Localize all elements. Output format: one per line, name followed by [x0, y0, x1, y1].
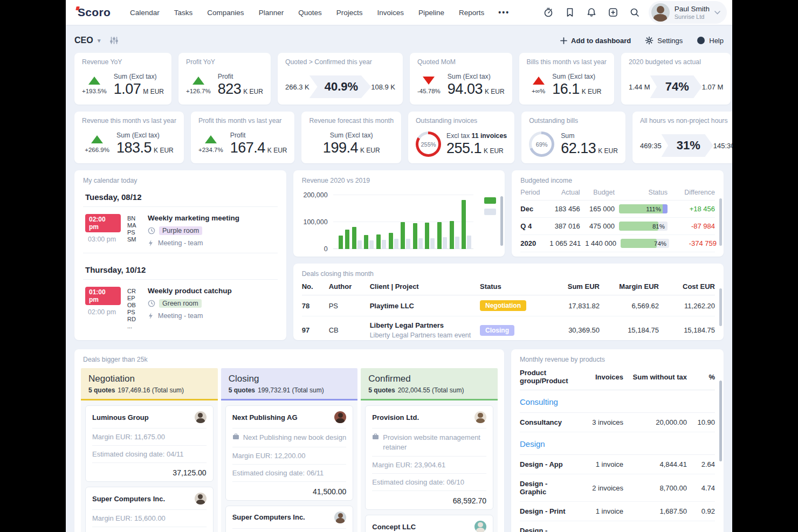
bar-group: [401, 222, 410, 249]
table-row[interactable]: 78 PS Playtime LLC Negotiation 17,831.82…: [302, 295, 715, 316]
scoro-logo[interactable]: Scoro: [77, 6, 111, 19]
top-nav: Scoro Calendar Tasks Companies Planner Q…: [66, 0, 732, 25]
gear-icon: [645, 36, 653, 45]
notifications-bell-icon[interactable]: [583, 4, 600, 21]
kpi-row-2: Revenue this month vs last year +266.9% …: [66, 112, 732, 163]
kpi-revenue-yoy[interactable]: Revenue YoY +193.5% Sum (Excl tax) 1.07M…: [74, 53, 171, 105]
event-title: Weekly product catchup: [148, 287, 232, 295]
product-group-consulting[interactable]: Consulting: [520, 390, 715, 413]
scrollbar-thumb[interactable]: [719, 381, 722, 461]
nav-tasks[interactable]: Tasks: [174, 9, 193, 17]
legend-2020-swatch: [484, 197, 496, 204]
status-badge: Closing: [480, 325, 514, 336]
kpi-profit-yoy[interactable]: Profit YoY +126.7% Profit 823K EUR: [178, 53, 271, 105]
scrollbar-thumb[interactable]: [500, 196, 503, 246]
plus-icon: [560, 37, 567, 44]
table-row[interactable]: 2020 1 065 241 1 440 000 74% -374 759: [520, 235, 715, 252]
deal-card[interactable]: Luminous Group Margin EUR: 11,675.00 Est…: [85, 405, 214, 482]
help-button[interactable]: ? Help: [697, 36, 724, 45]
deal-card[interactable]: Super Computers Inc. Margin EUR: 19,900.…: [225, 506, 354, 532]
user-name: Paul Smith: [675, 5, 710, 13]
kpi-revenue-forecast[interactable]: Revenue forecast this month Sum (Excl ta…: [301, 112, 401, 163]
bar-2020: [352, 227, 356, 249]
owner-avatar: [474, 411, 486, 423]
table-row[interactable]: Design - Prototype 1 invoice 3,633.31 1.…: [520, 521, 715, 532]
bar-2020: [389, 233, 393, 249]
revenue-chart-plot: 200,000 100,000 0: [333, 189, 474, 249]
owner-avatar: [334, 411, 346, 423]
bookmark-icon[interactable]: [561, 4, 579, 21]
kpi-bills-vs-lastyear[interactable]: Bills this month vs last year +∞% Sum (E…: [519, 53, 614, 105]
trend-down-icon: [423, 77, 435, 85]
scoro-app: Scoro Calendar Tasks Companies Planner Q…: [66, 0, 732, 532]
kanban-column-negotiation: Negotiation 5 quotes197,469.16 (Total su…: [81, 368, 218, 532]
scrollbar-thumb[interactable]: [719, 198, 722, 246]
calendar-event[interactable]: 02:00 pm 03:00 pm BN MA PS SM Weekly mar…: [83, 212, 278, 248]
nav-pipeline[interactable]: Pipeline: [418, 9, 444, 17]
event-end-time: 03:00 pm: [85, 236, 121, 243]
trend-up-red-icon: [533, 77, 545, 85]
nav-companies[interactable]: Companies: [207, 9, 244, 17]
table-row[interactable]: Design - App 1 invoice 4,844.41 2.64: [520, 455, 715, 474]
nav-calendar[interactable]: Calendar: [130, 9, 160, 17]
nav-quotes[interactable]: Quotes: [298, 9, 322, 17]
dashboard-name[interactable]: CEO: [74, 36, 93, 45]
kpi-budget-vs-actual[interactable]: 2020 budgeted vs actual 1.44 M 74% 1.07 …: [621, 53, 731, 105]
more-menu-icon[interactable]: •••: [498, 8, 510, 17]
dashboard-caret-icon[interactable]: ▼: [97, 38, 102, 44]
bar-2019: [382, 240, 386, 250]
product-group-design[interactable]: Design: [520, 432, 715, 455]
kpi-hours-ratio[interactable]: All hours vs non-project hours 469:35 31…: [632, 112, 732, 163]
clock-icon: [148, 300, 155, 307]
my-calendar-panel: My calendar today Tuesday, 08/12 02:00 p…: [74, 170, 286, 340]
bar-group: [437, 222, 447, 249]
deal-card[interactable]: Super Computers Inc. Margin EUR: 15,600.…: [85, 487, 214, 532]
filters-icon[interactable]: [109, 36, 119, 45]
kpi-outstanding-invoices[interactable]: Outstanding invoices 255% Excl tax 11 in…: [408, 112, 514, 163]
calendar-event[interactable]: 01:00 pm 02:00 pm CR EP OB PS RD ... Wee…: [83, 285, 278, 330]
table-header: Period Actual Budget Status Difference: [520, 184, 715, 201]
deal-closing-date: Estimated closing date: 04/11: [92, 446, 207, 463]
nav-invoices[interactable]: Invoices: [377, 9, 404, 17]
deal-project: Provision website management retainer: [372, 429, 486, 457]
settings-button[interactable]: Settings: [645, 36, 683, 45]
activity-type-icon: [148, 239, 154, 247]
deal-margin: Margin EUR: 11,675.00: [92, 429, 207, 446]
kpi-quoted-mom[interactable]: Quoted MoM -45.78% Sum (Excl tax) 94.03K…: [410, 53, 512, 105]
deal-card[interactable]: Next Publishing AG Next Publishing new b…: [225, 405, 354, 501]
event-start-time: 01:00 pm: [85, 287, 121, 305]
table-row[interactable]: Q 4 387 016 475 000 81% -87 984: [520, 218, 715, 235]
table-row[interactable]: 97 CB Liberty Legal Partners Liberty Leg…: [302, 316, 715, 340]
deal-card[interactable]: Concept LLC Margin EUR: 9,779.25: [365, 515, 493, 532]
chart-legend: [480, 189, 496, 249]
table-row[interactable]: Consultancy 3 invoices 20,000.00 10.90: [520, 413, 715, 432]
user-profile-menu[interactable]: Paul Smith Sunrise Ltd: [649, 1, 727, 24]
table-row[interactable]: Design - Print 1 invoice 1,687.50 0.92: [520, 502, 715, 521]
search-icon[interactable]: [626, 4, 643, 21]
add-to-dashboard-button[interactable]: Add to dashboard: [560, 37, 631, 45]
bar-2019: [369, 240, 374, 250]
quick-add-icon[interactable]: [604, 4, 622, 21]
bar-group: [425, 223, 435, 249]
kpi-outstanding-bills[interactable]: Outstanding bills 69% Sum 62.13K EUR: [521, 112, 625, 163]
nav-reports[interactable]: Reports: [459, 9, 484, 17]
status-badge: Negotiation: [480, 300, 526, 311]
time-tracker-icon[interactable]: [540, 4, 557, 21]
nav-projects[interactable]: Projects: [336, 9, 363, 17]
middle-section: My calendar today Tuesday, 08/12 02:00 p…: [66, 170, 732, 340]
nav-planner[interactable]: Planner: [259, 9, 284, 17]
deal-margin: Margin EUR: 15,600.00: [92, 510, 207, 527]
event-start-time: 02:00 pm: [85, 214, 121, 232]
table-row[interactable]: Design - Graphic 2 invoices 8,700.00 4.7…: [520, 474, 715, 502]
deal-card[interactable]: Provision Ltd. Provision website managem…: [365, 405, 493, 510]
scrollbar-thumb[interactable]: [719, 288, 722, 326]
clock-icon: [148, 227, 155, 234]
table-row[interactable]: Dec 183 456 165 000 111% +18 456: [520, 201, 715, 218]
user-avatar: [651, 3, 670, 22]
budgeted-income-panel: Budgeted income Period Actual Budget Sta…: [512, 170, 724, 257]
deal-closing-date: Estimated closing date: 06/11: [232, 465, 347, 482]
calendar-day-header: Thursday, 10/12: [83, 265, 278, 274]
kpi-quoted-confirmed[interactable]: Quoted > Confirmed this year 266.3 K 40.…: [278, 53, 403, 105]
kpi-profit-month[interactable]: Profit this month vs last year +234.7% P…: [191, 112, 295, 163]
kpi-revenue-month[interactable]: Revenue this month vs last year +266.9% …: [74, 112, 184, 163]
